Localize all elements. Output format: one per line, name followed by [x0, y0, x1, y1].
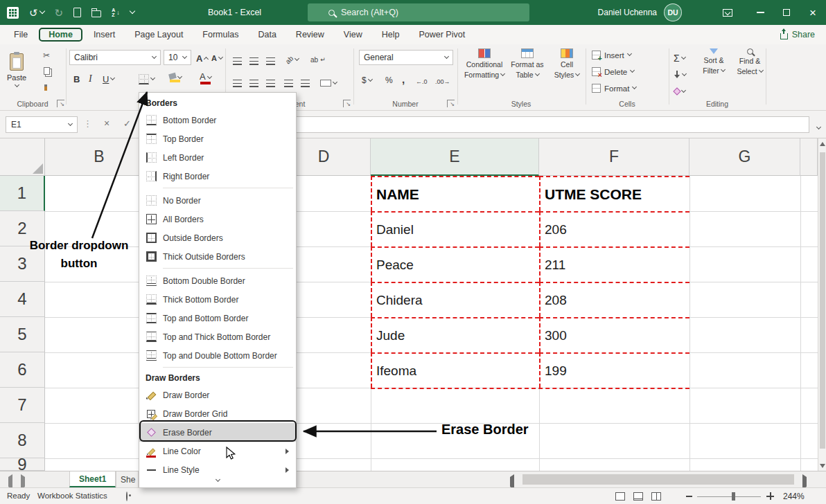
tab-page-layout[interactable]: Page Layout — [125, 27, 193, 42]
increase-decimal-button[interactable] — [416, 73, 428, 90]
increase-font-size-button[interactable]: A — [196, 50, 208, 66]
horizontal-scroll-thumb[interactable] — [522, 474, 794, 485]
cell-styles-button[interactable]: Cell Styles — [550, 48, 583, 79]
sheet-tab-partial[interactable]: She — [116, 471, 139, 487]
conditional-formatting-button[interactable]: Conditional Formatting — [463, 48, 506, 79]
zoom-level[interactable]: 244% — [783, 492, 805, 501]
decrease-decimal-button[interactable] — [435, 73, 450, 90]
row-header-6[interactable]: 6 — [0, 352, 45, 388]
menu-item-thick-bottom-border[interactable]: Thick Bottom Border — [139, 290, 296, 309]
column-header-G[interactable]: G — [689, 138, 800, 176]
sheet-tab-sheet1[interactable]: Sheet1 — [69, 471, 116, 487]
paste-button[interactable]: Paste — [0, 44, 33, 97]
number-dialog-launcher[interactable]: ↘ — [447, 100, 455, 107]
accessibility-icon[interactable] — [126, 492, 128, 501]
tab-insert[interactable]: Insert — [84, 27, 125, 42]
column-header-E[interactable]: E — [371, 138, 539, 176]
percent-style-button[interactable]: % — [385, 72, 393, 89]
tab-view[interactable]: View — [334, 27, 372, 42]
column-header-B[interactable]: B — [45, 138, 154, 176]
font-color-button[interactable]: A — [200, 69, 211, 86]
customize-qat-chevron-icon[interactable] — [130, 10, 134, 15]
clear-button[interactable] — [674, 83, 685, 100]
previous-sheet-icon[interactable] — [8, 477, 12, 487]
bottom-align-button[interactable] — [266, 53, 275, 69]
wrap-text-button[interactable]: ab↵ — [310, 51, 326, 68]
top-align-button[interactable] — [233, 53, 242, 69]
fill-button[interactable] — [674, 66, 686, 83]
scroll-up-icon[interactable] — [820, 142, 825, 146]
cancel-icon[interactable]: × — [104, 118, 109, 129]
menu-item-right-border[interactable]: Right Border — [139, 167, 296, 186]
maximize-button[interactable] — [773, 0, 800, 25]
row-header-4[interactable]: 4 — [0, 282, 45, 317]
cut-button[interactable]: ✂ — [43, 51, 50, 60]
align-center-button[interactable] — [249, 75, 258, 91]
scroll-down-icon[interactable] — [820, 464, 825, 468]
alignment-dialog-launcher[interactable]: ↘ — [343, 100, 351, 107]
menu-item-all-borders[interactable]: All Borders — [139, 210, 296, 228]
format-cells-button[interactable]: Format — [592, 84, 636, 93]
cell-F3[interactable]: 211 — [539, 246, 689, 282]
menu-item-bottom-border[interactable]: Bottom Border — [139, 111, 296, 129]
menu-item-thick-outside-borders[interactable]: Thick Outside Borders — [139, 247, 296, 266]
menu-item-top-and-double-bottom-border[interactable]: Top and Double Bottom Border — [139, 346, 296, 365]
row-header-7[interactable]: 7 — [0, 388, 45, 423]
excel-logo-icon[interactable] — [7, 7, 19, 19]
decrease-indent-button[interactable] — [284, 75, 293, 91]
tab-help[interactable]: Help — [372, 27, 410, 42]
scroll-right-icon[interactable] — [802, 477, 807, 487]
increase-indent-button[interactable] — [301, 75, 310, 91]
cell-E1[interactable]: NAME — [371, 176, 539, 211]
italic-button[interactable]: I — [89, 71, 92, 87]
ribbon-display-options-button[interactable] — [715, 0, 740, 25]
page-layout-view-icon[interactable] — [633, 492, 643, 501]
cell-E3[interactable]: Peace — [371, 246, 539, 282]
row-header-5[interactable]: 5 — [0, 317, 45, 352]
clipboard-dialog-launcher[interactable]: ↘ — [57, 100, 64, 107]
number-format-combo[interactable]: General — [359, 50, 453, 65]
menu-item-no-border[interactable]: No Border — [139, 191, 296, 210]
underline-button[interactable]: U — [103, 71, 114, 87]
menu-item-outside-borders[interactable]: Outside Borders — [139, 228, 296, 247]
autosum-button[interactable]: Σ — [674, 50, 685, 66]
font-name-combo[interactable]: Calibri — [69, 50, 161, 65]
decrease-font-size-button[interactable]: A — [211, 50, 222, 66]
workbook-statistics-button[interactable]: Workbook Statistics — [37, 492, 107, 500]
tab-formulas[interactable]: Formulas — [193, 27, 248, 42]
tab-file[interactable]: File — [4, 27, 37, 42]
cell-F4[interactable]: 208 — [539, 282, 689, 317]
insert-cells-button[interactable]: Insert — [592, 51, 631, 60]
column-header-partial[interactable] — [800, 138, 818, 176]
search-box[interactable]: Search (Alt+Q) — [308, 3, 529, 21]
scroll-left-icon[interactable] — [510, 477, 514, 487]
tab-home[interactable]: Home — [39, 28, 82, 42]
merge-center-button[interactable] — [320, 75, 337, 91]
menu-item-bottom-double-border[interactable]: Bottom Double Border — [139, 271, 296, 290]
menu-item-top-and-thick-bottom-border[interactable]: Top and Thick Bottom Border — [139, 327, 296, 346]
user-name[interactable]: Daniel Uchenna — [598, 8, 657, 17]
cell-E6[interactable]: Ifeoma — [371, 352, 539, 388]
undo-button[interactable]: ↺ — [29, 8, 44, 18]
close-button[interactable]: × — [800, 0, 826, 25]
page-break-view-icon[interactable] — [651, 492, 661, 501]
align-right-button[interactable] — [266, 75, 275, 91]
accounting-format-button[interactable]: $ — [362, 72, 372, 89]
tab-data[interactable]: Data — [248, 27, 285, 42]
menu-item-top-border[interactable]: Top Border — [139, 129, 296, 148]
select-all-corner[interactable] — [0, 138, 45, 176]
zoom-out-icon[interactable] — [686, 496, 692, 497]
tab-power-pivot[interactable]: Power Pivot — [409, 27, 475, 42]
minimize-button[interactable] — [747, 0, 773, 25]
find-select-button[interactable]: Find & Select — [733, 48, 766, 75]
zoom-slider-track[interactable] — [697, 496, 761, 498]
name-box[interactable]: E1 — [6, 116, 78, 133]
column-header-F[interactable]: F — [539, 138, 689, 176]
cell-F1[interactable]: UTME SCORE — [539, 176, 689, 211]
open-folder-button[interactable] — [91, 8, 101, 17]
share-button[interactable]: Share — [780, 27, 815, 42]
borders-button[interactable] — [139, 71, 155, 87]
menu-item-draw-border-grid[interactable]: Draw Border Grid — [139, 404, 296, 423]
row-header-9[interactable]: 9 — [0, 458, 45, 471]
expand-formula-bar-icon[interactable] — [817, 120, 820, 133]
